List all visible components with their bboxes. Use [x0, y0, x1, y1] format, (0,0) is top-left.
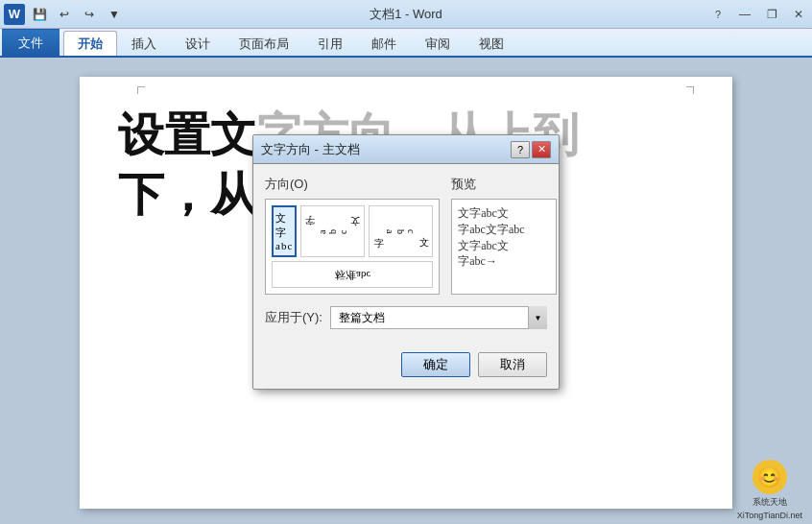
ruler-corner — [137, 86, 145, 94]
direction-option-horizontal-text: 文字abc — [275, 211, 293, 251]
direction-option-v1-text: 字abc文 — [303, 229, 362, 234]
direction-grid: 文字abc 字abc文 字abc文 标准abc — [265, 199, 440, 295]
direction-option-horizontal[interactable]: 文字abc — [272, 205, 297, 257]
ok-button[interactable]: 确定 — [401, 352, 470, 377]
tab-references[interactable]: 引用 — [303, 31, 357, 56]
preview-box: 文字abc文 字abc文字abc 文字abc文 字abc→ — [451, 199, 557, 295]
direction-option-v1[interactable]: 字abc文 — [300, 205, 365, 257]
apply-label: 应用于(Y): — [265, 309, 322, 326]
dialog-titlebar: 文字方向 - 主文档 ? ✕ — [253, 135, 559, 164]
word-logo-icon: W — [4, 4, 25, 25]
site-logo-url: XiTongTianDi.net — [737, 511, 802, 520]
tab-insert[interactable]: 插入 — [117, 31, 171, 56]
preview-line1: 文字abc文 — [458, 205, 550, 222]
preview-group: 预览 文字abc文 字abc文字abc 文字abc文 字abc→ — [451, 176, 557, 295]
document-area: 设置文字方向，从上到 下，从右向左输入。 文字方向 - 主文档 ? ✕ 方向(O… — [0, 58, 812, 524]
title-bar: W 💾 ↩ ↪ ▼ 文档1 - Word ? — ❐ ✕ — [0, 0, 812, 29]
tab-review[interactable]: 审阅 — [411, 31, 465, 56]
apply-select-wrapper: 整篇文档 本节 所选文字 ▼ — [330, 306, 547, 329]
window-controls: ? — ❐ ✕ — [705, 1, 812, 28]
save-button[interactable]: 💾 — [29, 4, 50, 25]
direction-option-bottom-text: 标准abc — [335, 268, 370, 282]
preview-label: 预览 — [451, 176, 557, 193]
direction-option-v2-text: 字abc文 — [371, 229, 430, 234]
site-logo-text: 系统天地 — [752, 496, 787, 509]
ribbon-tabs: 文件 开始 插入 设计 页面布局 引用 邮件 审阅 视图 — [0, 29, 812, 56]
dialog-buttons: 确定 取消 — [253, 352, 559, 389]
window-title: 文档1 - Word — [370, 6, 442, 23]
direction-group: 方向(O) 文字abc 字abc文 字abc文 — [265, 176, 440, 295]
tab-design[interactable]: 设计 — [171, 31, 225, 56]
tab-layout[interactable]: 页面布局 — [225, 31, 303, 56]
redo-button[interactable]: ↪ — [79, 4, 100, 25]
dialog-body: 方向(O) 文字abc 字abc文 字abc文 — [253, 164, 559, 352]
direction-option-bottom[interactable]: 标准abc — [272, 261, 433, 288]
site-logo: 😊 系统天地 XiTongTianDi.net — [737, 460, 802, 520]
dialog-titlebar-controls: ? ✕ — [511, 141, 551, 158]
tab-file[interactable]: 文件 — [2, 29, 60, 56]
preview-line3: 文字abc文 — [458, 238, 550, 254]
tab-home[interactable]: 开始 — [63, 31, 117, 56]
help-button[interactable]: ? — [705, 1, 731, 28]
close-button[interactable]: ✕ — [785, 1, 812, 28]
direction-option-v2[interactable]: 字abc文 — [369, 205, 433, 257]
dialog-main-row: 方向(O) 文字abc 字abc文 字abc文 — [265, 176, 547, 295]
dialog-close-button[interactable]: ✕ — [532, 141, 551, 158]
minimize-button[interactable]: — — [731, 1, 758, 28]
customize-button[interactable]: ▼ — [104, 4, 125, 25]
apply-select[interactable]: 整篇文档 本节 所选文字 — [330, 306, 547, 329]
tab-view[interactable]: 视图 — [465, 31, 518, 56]
titlebar-left: W 💾 ↩ ↪ ▼ — [0, 4, 125, 25]
cancel-button[interactable]: 取消 — [478, 352, 547, 377]
preview-line2: 字abc文字abc — [458, 222, 550, 238]
ribbon: 文件 开始 插入 设计 页面布局 引用 邮件 审阅 视图 — [0, 29, 812, 58]
text-direction-dialog: 文字方向 - 主文档 ? ✕ 方向(O) 文字abc — [252, 134, 560, 390]
dialog-title: 文字方向 - 主文档 — [261, 141, 360, 158]
undo-button[interactable]: ↩ — [54, 4, 75, 25]
direction-label: 方向(O) — [265, 176, 440, 193]
dialog-help-button[interactable]: ? — [511, 141, 530, 158]
apply-to-row: 应用于(Y): 整篇文档 本节 所选文字 ▼ — [265, 306, 547, 329]
site-logo-face-icon: 😊 — [752, 460, 787, 494]
restore-button[interactable]: ❐ — [758, 1, 785, 28]
tab-mail[interactable]: 邮件 — [357, 31, 411, 56]
preview-line4: 字abc→ — [458, 253, 550, 270]
ruler-corner-right — [686, 86, 694, 94]
